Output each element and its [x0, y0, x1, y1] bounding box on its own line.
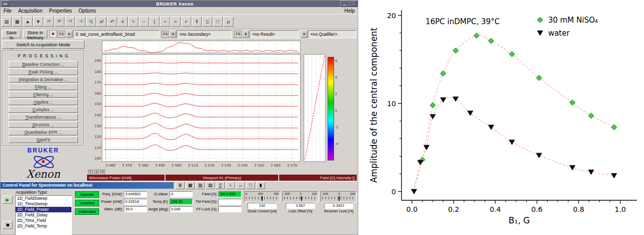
processing-button[interactable]: Transformations ... — [9, 114, 78, 120]
projection-strip-plot[interactable] — [87, 40, 303, 53]
toolbar-button-icon[interactable]: | — [149, 17, 159, 27]
processing-button[interactable]: Filtering ... — [9, 91, 78, 98]
acquisition-type-label: Acquisition Type: — [16, 190, 72, 195]
viewport-area[interactable]: 3 4603 4703 4803 4903 5003 5103 5203 530… — [86, 39, 358, 181]
primary-dataset-value[interactable]: 3: sat_curve_anthraflavic_birad — [73, 30, 159, 38]
processing-button[interactable]: Algebra ... — [9, 99, 78, 105]
gauge-scale: -1000100 — [320, 191, 357, 202]
list-item[interactable]: 2D_Field_Power — [16, 207, 71, 212]
svg-text:160: 160 — [95, 92, 101, 96]
maximize-icon[interactable]: □ — [349, 1, 357, 7]
fullscale-chip[interactable]: FS — [162, 31, 170, 38]
result-dataset-selector[interactable]: FS ▼ <no Result> — [234, 30, 299, 38]
tm-field-value — [218, 199, 242, 205]
toolbar-button-icon[interactable]: ▤ — [2, 17, 12, 27]
toolbar-button-icon[interactable]: ¹⁰ — [44, 17, 54, 27]
toolbar-button-icon[interactable]: ½ — [86, 17, 96, 27]
list-item[interactable]: 1D_TimeSweep — [16, 201, 71, 207]
chevron-down-icon[interactable]: ▼ — [301, 31, 307, 38]
epr-stack-plot[interactable]: 3 4603 4703 4803 4903 5003 5103 5203 530… — [87, 53, 303, 170]
list-item[interactable]: 2D_Field_Temp — [16, 223, 71, 229]
store-in-memory-button[interactable]: Store in Memory ... — [23, 30, 48, 38]
processing-button[interactable]: SpinFit — [9, 136, 78, 143]
slice-selector-plot[interactable] — [303, 53, 327, 170]
toolbar-button-icon[interactable]: ▲ — [23, 17, 33, 27]
control-toolbar-icon[interactable]: ↔ — [236, 182, 245, 189]
toolbar-button-icon[interactable]: ⁺² — [65, 17, 75, 27]
control-toolbar-icon[interactable]: ▤ — [206, 182, 215, 189]
toolbar-button-icon[interactable]: μ — [223, 17, 233, 27]
menu-item[interactable]: File — [4, 8, 12, 14]
ff-lock-value — [218, 206, 242, 212]
toolbar-button-icon[interactable]: ≈ — [171, 17, 181, 27]
chevron-down-icon[interactable]: ▼ — [170, 31, 176, 38]
fullscale-chip[interactable]: FS — [234, 31, 242, 38]
primary-dataset-selector[interactable]: ✱ FS ▼ 3: sat_curve_anthraflavic_birad — [49, 30, 159, 38]
svg-text:140: 140 — [95, 113, 101, 117]
toolbar-button-icon[interactable]: □ — [213, 17, 223, 27]
control-toolbar-icon[interactable]: □ — [246, 182, 255, 189]
fullscale-chip[interactable]: FS — [57, 31, 65, 38]
toolbar-button-icon[interactable]: − — [139, 17, 149, 27]
control-toolbar-icon[interactable]: i — [226, 182, 235, 189]
toolbar-button-icon[interactable]: ✓ — [181, 17, 191, 27]
switch-to-acquisition-button[interactable]: Switch to Acquisition Mode — [2, 40, 85, 49]
viewport-mini-button[interactable]: P — [88, 170, 93, 174]
list-item[interactable]: 1D_FieldSweep — [16, 196, 71, 201]
list-item[interactable]: 2D_Time_Field — [16, 218, 71, 223]
menu-help[interactable]: Help — [344, 8, 355, 14]
toolbar-button-icon[interactable]: ▯ — [202, 17, 212, 27]
minimize-icon[interactable]: ▁ — [340, 1, 349, 7]
viewport-mini-button[interactable]: R — [100, 170, 105, 174]
secondary-dataset-value[interactable]: <no Secondary> — [177, 30, 232, 38]
title-bar[interactable]: ▬ BRUKER Xenon ▁ □ — [1, 1, 358, 7]
svg-text:0.4: 0.4 — [490, 205, 501, 213]
processing-button[interactable]: Fitting ... — [9, 84, 78, 90]
toolbar-button-icon[interactable]: ~ — [160, 17, 170, 27]
gauge-value: 3.567 — [286, 203, 315, 209]
toolbar-button-icon[interactable]: ▦ — [12, 17, 22, 27]
control-toolbar-icon[interactable]: ▮ — [256, 182, 265, 189]
result-dataset-value[interactable]: <no Result> — [250, 30, 299, 38]
menu-item[interactable]: Properties — [49, 8, 72, 14]
toolbar-button-icon[interactable]: + — [128, 17, 138, 27]
secondary-dataset-selector[interactable]: FS ▼ <no Secondary> — [162, 30, 232, 38]
play-button[interactable]: ▶ — [3, 196, 13, 204]
viewport-mini-button[interactable]: S — [94, 170, 99, 174]
control-toolbar-icon[interactable]: ▦ — [186, 182, 195, 189]
toolbar-button-icon[interactable]: ⁻² — [75, 17, 86, 27]
processing-button[interactable]: Integration & Derivative ... — [9, 76, 78, 83]
processing-button[interactable]: Structure ... — [9, 121, 78, 128]
control-panel-title[interactable]: Control Panel for Spectrometer on localh… — [1, 182, 174, 189]
control-toolbar-icon[interactable]: ≣ — [176, 182, 185, 189]
processing-button[interactable]: Complex ... — [9, 106, 78, 113]
control-toolbar-icon[interactable]: ▥ — [196, 182, 205, 189]
menu-item[interactable]: Acquisition — [18, 8, 42, 14]
qualifier-selector[interactable]: ▼ <no Qualifier> — [301, 30, 356, 38]
toolbar-button-icon[interactable]: ²⁰ — [54, 17, 64, 27]
acquisition-type-list[interactable]: 1D_FieldSweep1D_TimeSweep2D_Field_Power2… — [15, 195, 72, 235]
field-label: Temp [K]: — [148, 199, 169, 204]
menu-item[interactable]: Options — [78, 8, 96, 14]
window-menu-icon[interactable]: ▬ — [1, 1, 10, 7]
save-to-disk-button[interactable]: Save to Disk ... — [2, 30, 21, 38]
chevron-down-icon[interactable]: ▼ — [66, 31, 72, 38]
list-item[interactable]: 2D_Field_Delay — [16, 212, 71, 218]
angle-value: 0.000 — [170, 206, 193, 212]
processing-button[interactable]: Baseline Correction ... — [9, 61, 78, 67]
control-toolbar-icon[interactable]: ∑ — [216, 182, 225, 189]
toolbar-button-icon[interactable]: ‖ — [192, 17, 202, 27]
qualifier-value[interactable]: <no Qualifier> — [308, 30, 356, 38]
chevron-down-icon[interactable]: ▼ — [243, 31, 249, 38]
processing-button[interactable]: Quantitative EPR ... — [9, 129, 78, 135]
toolbar-button-icon[interactable]: ↶ — [107, 17, 117, 27]
pause-button[interactable]: ▮▮ — [3, 221, 13, 229]
toolbar-button-icon[interactable]: x² — [97, 17, 107, 27]
gauge-value: 0.3922 — [324, 203, 353, 209]
toolbar-button-icon[interactable]: ▼ — [33, 17, 43, 27]
svg-text:0: 0 — [391, 188, 396, 196]
toolbar-button-icon[interactable]: ≡ — [118, 17, 128, 27]
svg-text:0.2: 0.2 — [448, 205, 459, 213]
processing-button[interactable]: Peak Picking ... — [9, 68, 78, 75]
svg-text:190: 190 — [95, 59, 101, 63]
